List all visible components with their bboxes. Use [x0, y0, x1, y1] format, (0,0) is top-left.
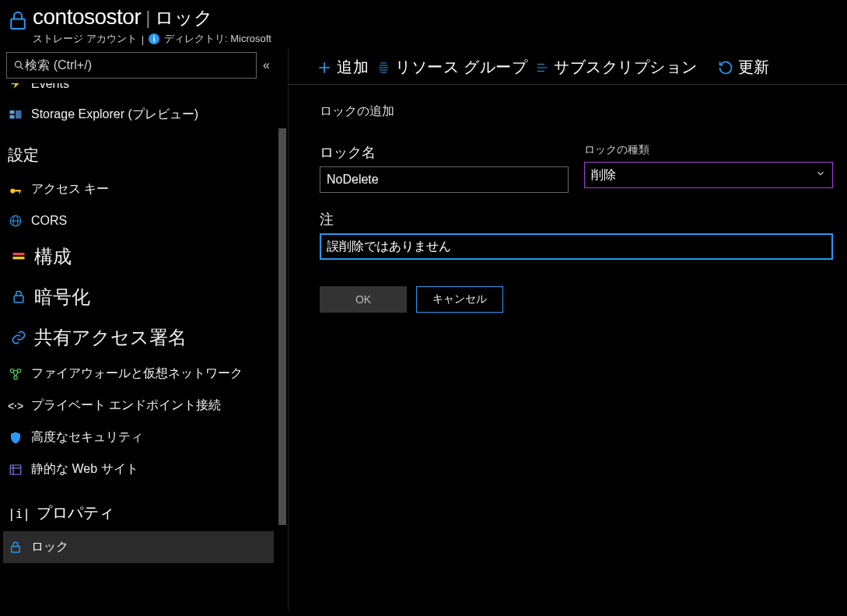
sidebar-scrollbar[interactable] — [277, 83, 288, 611]
sidebar-item-static-website[interactable]: 静的な Web サイト — [3, 453, 274, 485]
sidebar: « Events Storage Explorer (プレビュー) 設定 — [0, 49, 288, 611]
add-lock-panel: ロックの追加 ロック名 ロックの種類 削除 — [289, 84, 847, 611]
lock-icon — [6, 9, 30, 36]
info-icon[interactable]: i — [149, 33, 159, 44]
stack-icon — [11, 249, 26, 264]
lock-type-select[interactable]: 削除 — [584, 162, 833, 188]
sidebar-item-private-endpoint[interactable]: <·> プライベート エンドポイント接続 — [3, 390, 274, 422]
toolbar-label: サブスクリプション — [554, 57, 698, 78]
panel-title: ロックの追加 — [320, 103, 833, 120]
sidebar-item-advanced-security[interactable]: 高度なセキュリティ — [3, 422, 274, 453]
blade-title: ロック — [155, 5, 213, 30]
subscription-icon — [535, 61, 549, 75]
sidebar-item-label: 静的な Web サイト — [31, 461, 138, 478]
sidebar-section-settings: 設定 — [3, 131, 274, 173]
svg-rect-13 — [13, 253, 25, 255]
svg-rect-4 — [10, 110, 15, 114]
firewall-icon — [8, 366, 23, 382]
lock-type-value: 削除 — [591, 167, 616, 184]
svg-rect-6 — [16, 110, 22, 119]
blade-header: contosostor | ロック ストレージ アカウント | i ディレクトリ… — [0, 0, 847, 49]
sidebar-item-cors[interactable]: CORS — [3, 205, 274, 236]
note-input[interactable] — [327, 240, 826, 254]
toolbar-resource-group-button[interactable]: リソース グループ — [376, 57, 527, 78]
sidebar-item-label: 高度なセキュリティ — [31, 429, 143, 446]
toolbar-add-button[interactable]: 追加 — [317, 57, 369, 78]
svg-line-20 — [16, 372, 18, 376]
sidebar-item-events[interactable]: Events — [3, 83, 274, 99]
sidebar-item-access-keys[interactable]: アクセス キー — [3, 173, 274, 205]
svg-rect-9 — [19, 190, 21, 194]
sidebar-item-storage-explorer[interactable]: Storage Explorer (プレビュー) — [3, 99, 274, 131]
chevron-down-icon — [815, 168, 826, 182]
toolbar-label: 追加 — [337, 57, 369, 78]
sidebar-item-label: プライベート エンドポイント接続 — [31, 397, 221, 414]
brackets-icon: <·> — [8, 398, 23, 414]
resource-name: contosostor — [33, 5, 141, 30]
svg-point-1 — [16, 61, 22, 68]
shield-icon — [8, 430, 23, 446]
cancel-button[interactable]: キャンセル — [416, 286, 503, 313]
svg-rect-22 — [10, 465, 21, 474]
svg-rect-25 — [12, 546, 20, 552]
search-icon — [13, 59, 25, 72]
directory-label: ディレクトリ: Microsoft — [164, 32, 271, 46]
search-box[interactable] — [6, 52, 257, 79]
sidebar-nav: Events Storage Explorer (プレビュー) 設定 アクセス … — [3, 83, 288, 563]
svg-line-2 — [20, 67, 23, 69]
key-icon — [8, 182, 23, 198]
sidebar-item-locks[interactable]: ロック — [3, 531, 274, 563]
scrollbar-thumb[interactable] — [278, 128, 286, 525]
properties-icon: |i| — [8, 506, 30, 521]
sidebar-item-label: ファイアウォールと仮想ネットワーク — [31, 366, 243, 382]
storage-explorer-icon — [8, 107, 23, 123]
sidebar-item-label: 共有アクセス署名 — [34, 325, 187, 350]
svg-rect-5 — [10, 115, 15, 119]
lock-name-input[interactable] — [327, 173, 562, 187]
svg-rect-14 — [13, 257, 25, 259]
sidebar-item-label: CORS — [31, 214, 67, 228]
sidebar-item-label: Events — [31, 83, 69, 91]
globe-icon — [8, 213, 23, 229]
sidebar-item-label: 構成 — [34, 244, 72, 269]
svg-rect-0 — [11, 19, 25, 30]
webpage-icon — [8, 462, 23, 478]
svg-point-18 — [14, 376, 18, 380]
sidebar-item-label: 暗号化 — [34, 285, 90, 310]
svg-line-19 — [13, 372, 15, 376]
note-input-box[interactable] — [320, 233, 833, 260]
note-label: 注 — [320, 210, 833, 229]
resource-type: ストレージ アカウント — [33, 32, 137, 46]
refresh-icon — [718, 60, 733, 75]
bolt-icon — [8, 83, 23, 91]
sidebar-item-firewall[interactable]: ファイアウォールと仮想ネットワーク — [3, 358, 274, 390]
lock-name-label: ロック名 — [320, 143, 569, 162]
lock-type-label: ロックの種類 — [584, 143, 833, 157]
toolbar-refresh-button[interactable]: 更新 — [718, 57, 770, 78]
sidebar-item-encryption[interactable]: 暗号化 — [3, 277, 274, 317]
resource-group-icon — [376, 61, 390, 75]
svg-rect-15 — [14, 296, 23, 302]
sidebar-item-properties[interactable]: |i|プロパティ — [3, 485, 274, 531]
lock-icon — [11, 289, 26, 305]
lock-icon — [8, 540, 23, 555]
toolbar-subscription-button[interactable]: サブスクリプション — [535, 57, 698, 78]
search-input[interactable] — [25, 58, 250, 72]
sidebar-item-label: Storage Explorer (プレビュー) — [31, 107, 198, 123]
svg-marker-3 — [11, 83, 20, 89]
sidebar-item-configuration[interactable]: 構成 — [3, 236, 274, 277]
sidebar-item-label: ロック — [31, 539, 68, 555]
collapse-sidebar-button[interactable]: « — [263, 58, 270, 72]
plus-icon — [317, 60, 332, 75]
sidebar-item-sas[interactable]: 共有アクセス署名 — [3, 317, 274, 358]
title-separator: | — [144, 7, 152, 29]
sidebar-item-label: アクセス キー — [31, 181, 109, 198]
toolbar-label: リソース グループ — [395, 57, 527, 78]
lock-name-input-box[interactable] — [320, 166, 569, 193]
link-icon — [11, 330, 26, 345]
main-pane: 追加 リソース グループ サブスクリプション 更新 — [288, 49, 847, 611]
ok-button[interactable]: OK — [320, 286, 407, 313]
subtitle-separator: | — [142, 33, 144, 45]
toolbar-label: 更新 — [738, 57, 770, 78]
toolbar: 追加 リソース グループ サブスクリプション 更新 — [289, 49, 847, 84]
